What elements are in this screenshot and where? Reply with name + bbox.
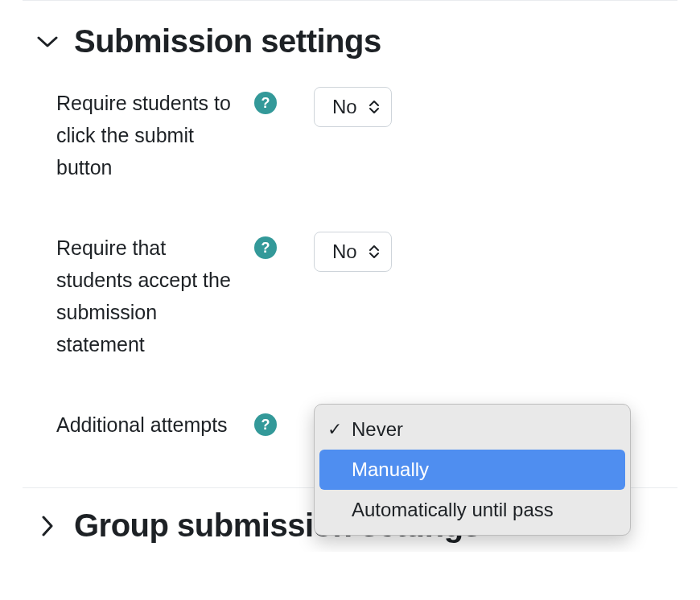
help-icon[interactable]: ?	[254, 92, 277, 114]
label-require-click-submit: Require students to click the submit but…	[56, 87, 241, 183]
dropdown-option-manually[interactable]: Manually	[319, 450, 625, 490]
field-require-accept-statement: Require that students accept the submiss…	[35, 232, 674, 360]
sort-icon	[369, 100, 380, 114]
submission-settings-header[interactable]: Submission settings	[35, 23, 674, 60]
help-icon[interactable]: ?	[254, 236, 277, 259]
label-additional-attempts: Additional attempts	[56, 409, 241, 441]
label-require-accept-statement: Require that students accept the submiss…	[56, 232, 241, 360]
check-icon: ✓	[327, 419, 352, 440]
chevron-right-icon	[35, 514, 60, 538]
field-additional-attempts: Additional attempts ? Never ✓ Never	[35, 409, 674, 460]
help-icon[interactable]: ?	[254, 413, 277, 436]
dropdown-option-auto[interactable]: Automatically until pass	[319, 490, 625, 530]
chevron-down-icon	[35, 30, 60, 54]
select-require-accept-statement[interactable]: No	[314, 232, 392, 272]
select-require-click-submit[interactable]: No	[314, 87, 392, 127]
dropdown-option-label: Manually	[352, 458, 429, 481]
submission-settings-title: Submission settings	[74, 23, 381, 60]
sort-icon	[369, 245, 380, 259]
submission-settings-section: Submission settings Require students to …	[0, 1, 700, 487]
dropdown-option-label: Never	[352, 418, 403, 441]
dropdown-option-never[interactable]: ✓ Never	[319, 409, 625, 450]
select-value: No	[332, 240, 357, 263]
dropdown-additional-attempts: ✓ Never Manually Automatically until pas…	[314, 404, 631, 536]
field-require-click-submit: Require students to click the submit but…	[35, 87, 674, 183]
select-value: No	[332, 96, 357, 118]
dropdown-option-label: Automatically until pass	[352, 499, 554, 521]
